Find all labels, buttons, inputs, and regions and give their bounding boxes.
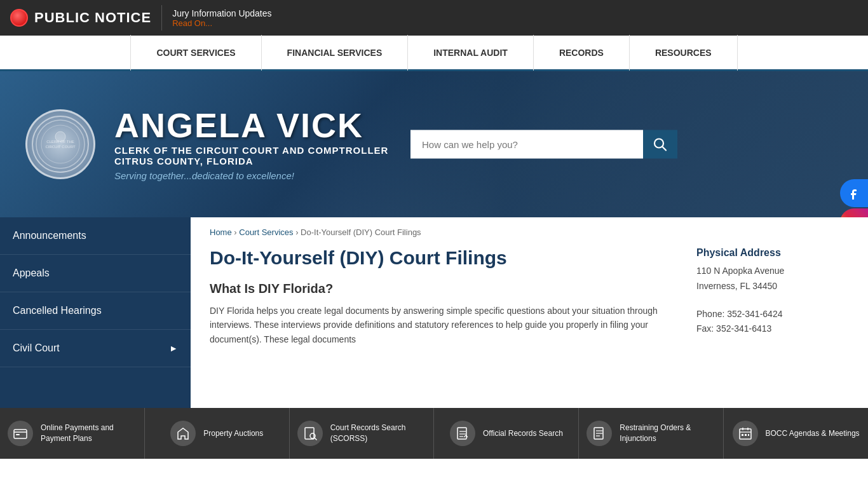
hero-title-line1: CLERK OF THE CIRCUIT COURT AND COMPTROLL… xyxy=(114,145,388,156)
svg-rect-15 xyxy=(14,430,27,438)
notice-left: PUBLIC NOTICE xyxy=(10,9,151,27)
footer-official-records[interactable]: Official Records Search xyxy=(434,408,579,459)
search-box xyxy=(410,130,677,159)
court-seal: CLERK OF THE CIRCUIT COURT xyxy=(25,109,95,179)
bocc-agendas-icon xyxy=(733,421,758,446)
hero-person-name: ANGELA VICK xyxy=(114,108,388,142)
footer-restraining-orders[interactable]: Restraining Orders & Injunctions xyxy=(579,408,724,459)
alert-icon xyxy=(10,9,28,27)
restraining-orders-icon xyxy=(587,421,612,446)
body-text: DIY Florida helps you create legal docum… xyxy=(210,304,677,346)
public-notice-bar: PUBLIC NOTICE Jury Information Updates R… xyxy=(0,0,868,36)
footer-quicklinks: Online Payments and Payment Plans Proper… xyxy=(0,408,868,459)
court-records-icon xyxy=(297,421,323,446)
search-input[interactable] xyxy=(410,130,643,159)
official-records-label: Official Records Search xyxy=(483,428,563,439)
nav-court-services[interactable]: COURT SERVICES xyxy=(130,35,261,71)
facebook-button[interactable] xyxy=(840,179,868,207)
online-payments-icon xyxy=(8,421,33,446)
sidebar-item-appeals[interactable]: Appeals xyxy=(0,255,191,292)
sidebar-announcements-label: Announcements xyxy=(13,230,86,241)
public-notice-label: PUBLIC NOTICE xyxy=(34,10,151,26)
nav-financial-services[interactable]: FINANCIAL SERVICES xyxy=(262,35,409,71)
breadcrumb: Home › Court Services › Do-It-Yourself (… xyxy=(191,217,868,247)
section-title: What Is DIY Florida? xyxy=(210,281,677,296)
nav-resources[interactable]: RESOURCES xyxy=(630,35,738,71)
hero-search xyxy=(410,130,677,159)
sidebar-civil-court-arrow: ► xyxy=(169,343,178,353)
property-auctions-label: Property Auctions xyxy=(203,428,263,439)
svg-rect-30 xyxy=(742,434,743,436)
notice-content: Jury Information Updates Read On... xyxy=(172,8,271,28)
search-button[interactable] xyxy=(643,130,677,159)
sidebar-item-announcements[interactable]: Announcements xyxy=(0,217,191,255)
svg-line-20 xyxy=(315,438,316,440)
sidebar-cancelled-hearings-label: Cancelled Hearings xyxy=(13,305,102,316)
svg-point-0 xyxy=(36,120,85,168)
fax-value: Fax: 352-341-6413 xyxy=(696,322,849,337)
address-section: Physical Address 110 N Apopka Avenue Inv… xyxy=(696,247,849,294)
sidebar-item-cancelled-hearings[interactable]: Cancelled Hearings xyxy=(0,292,191,330)
nav-internal-audit[interactable]: INTERNAL AUDIT xyxy=(408,35,534,71)
sidebar-item-civil-court[interactable]: Civil Court ► xyxy=(0,330,191,367)
address-line1: 110 N Apopka Avenue xyxy=(696,264,849,279)
address-label: Physical Address xyxy=(696,247,849,259)
svg-text:CIRCUIT COURT: CIRCUIT COURT xyxy=(45,145,75,149)
breadcrumb-current: Do-It-Yourself (DIY) Court Filings xyxy=(301,227,421,237)
breadcrumb-home[interactable]: Home xyxy=(210,227,232,237)
bocc-agendas-label: BOCC Agendas & Meetings xyxy=(766,428,860,439)
sidebar: Announcements Appeals Cancelled Hearings… xyxy=(0,217,191,408)
instagram-button[interactable] xyxy=(840,208,868,217)
main-layout: Announcements Appeals Cancelled Hearings… xyxy=(0,217,868,408)
page-title: Do-It-Yourself (DIY) Court Filings xyxy=(210,247,677,269)
breadcrumb-court-services[interactable]: Court Services xyxy=(239,227,293,237)
content-area: Home › Court Services › Do-It-Yourself (… xyxy=(191,217,868,408)
hero-title-line2: CITRUS COUNTY, FLORIDA xyxy=(114,156,388,166)
online-payments-label: Online Payments and Payment Plans xyxy=(41,423,137,444)
seal-inner: CLERK OF THE CIRCUIT COURT xyxy=(32,116,89,173)
footer-online-payments[interactable]: Online Payments and Payment Plans xyxy=(0,408,145,459)
footer-court-records[interactable]: Court Records Search (SCORSS) xyxy=(290,408,435,459)
svg-rect-21 xyxy=(458,428,466,439)
phone-value: Phone: 352-341-6424 xyxy=(696,307,849,322)
breadcrumb-sep2: › xyxy=(295,227,301,237)
social-sidebar: MyFL xyxy=(840,179,868,217)
hero-banner: CLERK OF THE CIRCUIT COURT ANGELA VICK C… xyxy=(0,71,868,217)
main-content: Do-It-Yourself (DIY) Court Filings What … xyxy=(210,247,677,349)
hero-text-block: ANGELA VICK CLERK OF THE CIRCUIT COURT A… xyxy=(114,108,388,181)
notice-read-on-link[interactable]: Read On... xyxy=(172,18,271,28)
main-nav: COURT SERVICES FINANCIAL SERVICES INTERN… xyxy=(0,36,868,71)
info-box: Physical Address 110 N Apopka Avenue Inv… xyxy=(696,247,849,349)
official-records-icon xyxy=(450,421,475,446)
sidebar-civil-court-label: Civil Court xyxy=(13,342,60,354)
svg-rect-31 xyxy=(745,434,747,436)
address-line2: Inverness, FL 34450 xyxy=(696,279,849,294)
sidebar-appeals-label: Appeals xyxy=(13,268,50,279)
svg-point-1 xyxy=(41,125,79,163)
footer-property-auctions[interactable]: Property Auctions xyxy=(145,408,290,459)
court-records-label: Court Records Search (SCORSS) xyxy=(330,423,426,444)
hero-content: CLERK OF THE CIRCUIT COURT ANGELA VICK C… xyxy=(25,108,388,181)
contact-section: Phone: 352-341-6424 Fax: 352-341-6413 xyxy=(696,307,849,337)
nav-records[interactable]: RECORDS xyxy=(534,35,630,71)
svg-line-6 xyxy=(663,147,667,151)
svg-rect-32 xyxy=(748,434,749,436)
content-wrapper: Do-It-Yourself (DIY) Court Filings What … xyxy=(191,247,868,369)
restraining-orders-label: Restraining Orders & Injunctions xyxy=(620,423,715,444)
hero-tagline: Serving together...dedicated to excellen… xyxy=(114,170,388,181)
notice-alert-title: Jury Information Updates xyxy=(172,8,271,18)
notice-divider xyxy=(161,5,162,30)
property-auctions-icon xyxy=(170,421,196,446)
footer-bocc-agendas[interactable]: BOCC Agendas & Meetings xyxy=(724,408,868,459)
svg-rect-17 xyxy=(16,434,20,435)
svg-point-4 xyxy=(55,132,65,142)
